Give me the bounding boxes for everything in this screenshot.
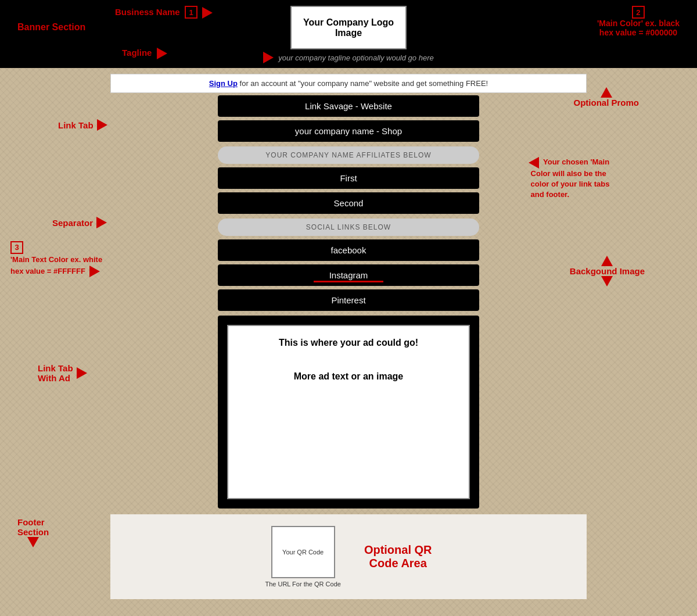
tagline-annot-arrow-icon xyxy=(157,48,167,59)
footer-section: Your QR Code The URL For the QR Code Opt… xyxy=(110,514,587,599)
annotation-business-name: Business Name 1 xyxy=(115,6,213,19)
badge-3: 3 xyxy=(10,241,23,254)
signup-link[interactable]: Sign Up xyxy=(209,79,238,88)
link-tab-ad-arrow-icon xyxy=(77,367,87,379)
social-separator: SOCIAL LINKS BELOW xyxy=(218,219,479,236)
annotation-link-tab: Link Tab xyxy=(58,119,107,131)
instagram-underline xyxy=(314,281,383,282)
optional-qr-text: Optional QRCode Area xyxy=(364,543,432,570)
center-column: Link Savage - Website your company name … xyxy=(218,95,479,508)
main-color-arrow-icon xyxy=(529,157,539,169)
text-color-arrow-icon xyxy=(89,266,100,277)
ad-title: This is where your ad could go! xyxy=(279,338,418,348)
affiliate-tab-first[interactable]: First xyxy=(218,167,479,189)
main-area: Sign Up for an account at "your company … xyxy=(0,68,697,514)
affiliates-separator: YOUR COMPANY NAME AFFILIATES BELOW xyxy=(218,146,479,164)
link-tab-shop[interactable]: your company name - Shop xyxy=(218,120,479,142)
bg-image-arrow-up-icon xyxy=(601,256,613,266)
tagline-text: your company tagline optionally would go… xyxy=(278,53,433,62)
annotation-separator: Separator xyxy=(52,217,107,228)
center-column-wrapper: Link Savage - Website your company name … xyxy=(110,95,587,508)
qr-code-area: Your QR Code The URL For the QR Code xyxy=(265,526,340,588)
tagline-arrow-icon xyxy=(263,52,274,63)
separator-arrow-icon xyxy=(96,217,107,228)
tagline-row: your company tagline optionally would go… xyxy=(263,52,433,63)
promo-bar: Sign Up for an account at "your company … xyxy=(110,74,587,93)
link-tab-website[interactable]: Link Savage - Website xyxy=(218,95,479,117)
annotation-main-color-tabs: Your chosen 'Main Color will also be the… xyxy=(529,157,662,200)
annotation-link-tab-ad: Link TabWith Ad xyxy=(38,363,87,383)
main-container: Sign Up for an account at "your company … xyxy=(110,74,587,508)
logo-image: Your Company Logo Image xyxy=(290,6,407,49)
page-wrapper: Your Company Logo Image your company tag… xyxy=(0,0,697,616)
badge-1: 1 xyxy=(185,6,197,19)
annotation-main-text-color: 3 'Main Text Color ex. whitehex value = … xyxy=(10,241,138,277)
badge-2: 2 xyxy=(632,6,645,19)
qr-box: Your QR Code xyxy=(271,526,335,578)
footer-arrow-down-icon xyxy=(27,537,39,547)
qr-url: The URL For the QR Code xyxy=(265,581,340,588)
ad-block: This is where your ad could go! More ad … xyxy=(218,316,479,508)
annotation-bg-image: Backgound Image xyxy=(570,256,645,286)
annotation-footer-section: FooterSection xyxy=(17,517,49,547)
bizname-arrow-icon xyxy=(202,7,213,19)
bg-image-arrow-down-icon xyxy=(601,276,613,286)
annotation-tagline: Tagline xyxy=(122,48,167,59)
promo-text: for an account at "your company name" we… xyxy=(238,79,488,88)
annotation-optional-promo: Optional Promo xyxy=(574,87,639,108)
footer-wrapper: Your QR Code The URL For the QR Code Opt… xyxy=(0,514,697,611)
social-tab-facebook[interactable]: facebook xyxy=(218,239,479,261)
ad-inner: This is where your ad could go! More ad … xyxy=(227,325,470,499)
social-tab-pinterest[interactable]: Pinterest xyxy=(218,289,479,311)
social-tab-instagram[interactable]: Instagram xyxy=(218,264,479,286)
qr-label: Your QR Code xyxy=(280,546,326,558)
link-tab-arrow-icon xyxy=(97,119,107,131)
annotation-main-color: 2 'Main Color' ex. blackhex value = #000… xyxy=(597,6,680,37)
annotation-banner-section: Banner Section xyxy=(17,22,85,33)
promo-arrow-up-icon xyxy=(601,87,612,98)
banner-section: Your Company Logo Image your company tag… xyxy=(0,0,697,68)
ad-subtitle: More ad text or an image xyxy=(294,371,404,382)
affiliate-tab-second[interactable]: Second xyxy=(218,192,479,214)
